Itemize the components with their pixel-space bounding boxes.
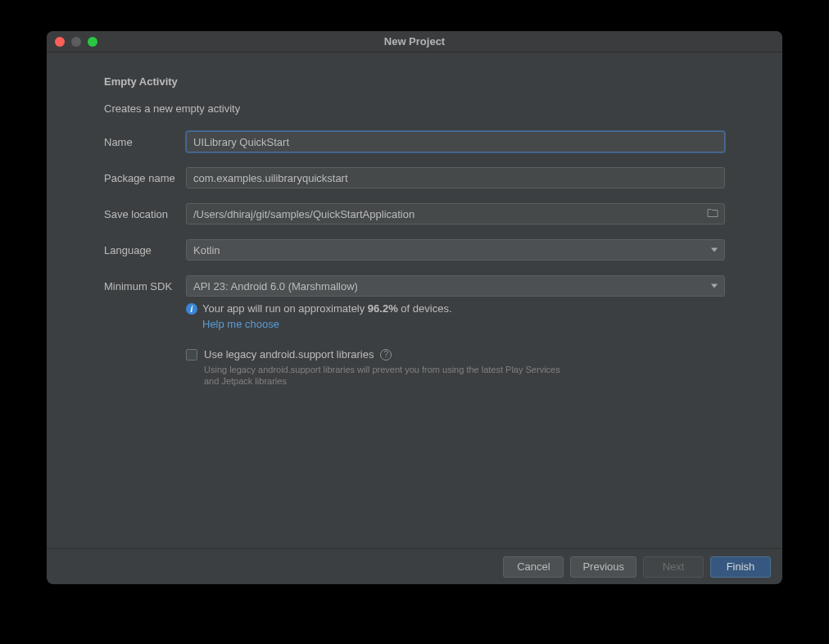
min-sdk-label: Minimum SDK	[104, 280, 186, 293]
info-percentage: 96.2%	[368, 302, 398, 315]
chevron-down-icon	[711, 248, 718, 252]
save-location-label: Save location	[104, 208, 186, 220]
name-input[interactable]	[186, 131, 725, 152]
name-label: Name	[104, 136, 186, 148]
minimize-icon	[71, 37, 81, 47]
info-prefix: Your app will run on approximately	[202, 302, 368, 315]
chevron-down-icon	[711, 284, 718, 288]
package-label: Package name	[104, 172, 186, 184]
row-min-sdk: Minimum SDK API 23: Android 6.0 (Marshma…	[104, 275, 725, 297]
window-title: New Project	[384, 35, 445, 48]
finish-button[interactable]: Finish	[710, 556, 771, 578]
titlebar: New Project	[47, 31, 782, 52]
legacy-support-description: Using legacy android.support libraries w…	[204, 364, 564, 387]
device-coverage-text: Your app will run on approximately 96.2%…	[202, 302, 452, 316]
row-language: Language Kotlin	[104, 239, 725, 261]
next-button: Next	[643, 556, 704, 578]
device-coverage-info: i Your app will run on approximately 96.…	[186, 302, 725, 316]
legacy-support-checkbox[interactable]	[186, 349, 197, 361]
previous-button[interactable]: Previous	[570, 556, 636, 578]
language-select[interactable]: Kotlin	[186, 239, 725, 261]
dialog-footer: Cancel Previous Next Finish	[47, 548, 782, 584]
info-suffix: of devices.	[398, 302, 452, 315]
min-sdk-select[interactable]: API 23: Android 6.0 (Marshmallow)	[186, 275, 725, 297]
info-icon: i	[186, 303, 197, 315]
language-select-value: Kotlin	[193, 244, 220, 256]
save-location-input[interactable]	[186, 203, 725, 224]
package-input[interactable]	[186, 167, 725, 188]
legacy-checkbox-row: Use legacy android.support libraries ?	[186, 348, 725, 361]
row-name: Name	[104, 131, 725, 152]
maximize-icon[interactable]	[88, 37, 97, 47]
help-icon[interactable]: ?	[380, 349, 392, 361]
section-subtitle: Creates a new empty activity	[104, 102, 725, 115]
row-package: Package name	[104, 167, 725, 188]
new-project-dialog: New Project Empty Activity Creates a new…	[47, 31, 782, 584]
help-me-choose-link[interactable]: Help me choose	[202, 318, 725, 330]
row-save-location: Save location	[104, 203, 725, 224]
dialog-content: Empty Activity Creates a new empty activ…	[47, 52, 782, 548]
min-sdk-select-value: API 23: Android 6.0 (Marshmallow)	[193, 280, 358, 293]
window-controls	[55, 37, 97, 47]
language-label: Language	[104, 244, 186, 256]
cancel-button[interactable]: Cancel	[503, 556, 564, 578]
close-icon[interactable]	[55, 37, 65, 47]
legacy-support-label: Use legacy android.support libraries	[204, 348, 374, 361]
browse-folder-icon[interactable]	[707, 208, 718, 220]
section-title: Empty Activity	[104, 75, 725, 88]
